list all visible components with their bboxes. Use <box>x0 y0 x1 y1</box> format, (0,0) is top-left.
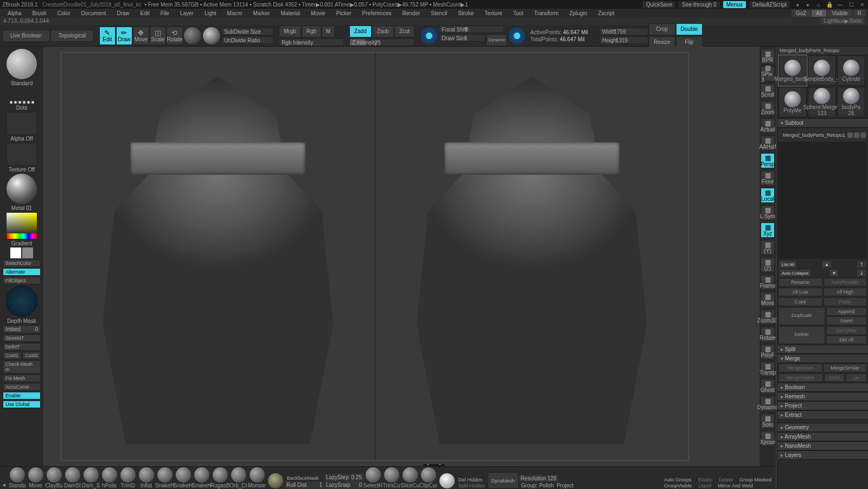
home-icon[interactable]: ⌂ <box>815 1 822 8</box>
topological-button[interactable]: Topological <box>50 30 94 42</box>
texture-swatch[interactable] <box>7 143 37 166</box>
focal-icon[interactable] <box>420 27 438 45</box>
autocollapse-button[interactable]: Auto Collapse <box>780 270 811 276</box>
brush-standa[interactable]: Standa <box>8 467 26 488</box>
move-mode-button[interactable]: ✥Move <box>133 27 149 45</box>
alllow-button[interactable]: All Low <box>778 288 822 296</box>
material-swatch[interactable] <box>7 174 37 204</box>
brush-swatch[interactable] <box>7 49 37 79</box>
down-icon[interactable]: ▼ <box>829 270 838 276</box>
double-button[interactable]: Double <box>676 23 703 35</box>
navstrip-aahalf[interactable]: ▦AAHalf <box>761 136 775 151</box>
zsub-button[interactable]: Zsub <box>372 26 394 37</box>
rolldist-slider[interactable]: Roll Dist1 <box>285 481 324 488</box>
brush-claybu[interactable]: ClayBu <box>45 467 63 488</box>
quicksave-button[interactable]: QuickSave <box>643 1 675 8</box>
brush-monste[interactable]: Monste <box>248 467 266 488</box>
menu-zscript[interactable]: Zscript <box>592 10 620 17</box>
groupmasked-button[interactable]: Group Masked <box>737 477 774 482</box>
navstrip-y[interactable]: ▦(Y) <box>761 240 775 255</box>
tool-thumb[interactable]: Sphere:Mergec123 <box>808 87 836 117</box>
subtool-row[interactable]: Merged_bodyParts_Retopo1 <box>778 129 867 142</box>
menu-material[interactable]: Material <box>276 10 306 17</box>
fillobject-button[interactable]: FillObject <box>3 277 41 284</box>
rgb-intensity-slider[interactable]: Rgb Intensity <box>279 39 344 46</box>
rgb-button[interactable]: Rgb <box>302 26 321 37</box>
brush-inflat[interactable]: Inflat <box>137 467 155 488</box>
useglobal-button[interactable]: Use Global <box>3 401 41 408</box>
rename-button[interactable]: Rename <box>778 278 822 287</box>
default-zscript-button[interactable]: DefaultZScript <box>749 1 790 8</box>
trimcurve-button[interactable]: TrimCu <box>382 467 400 488</box>
append-button[interactable]: Append <box>826 307 867 316</box>
draw-size-slider[interactable]: Draw Size1 <box>439 34 486 42</box>
menu-alpha[interactable]: Alpha <box>2 10 27 17</box>
allhigh-button[interactable]: All High <box>824 288 867 296</box>
delmt-button[interactable]: DelMT <box>3 343 41 351</box>
focal-shift-slider[interactable]: Focal Shift0 <box>439 26 504 33</box>
delhidden-button[interactable]: Del Hidden <box>456 477 487 482</box>
tool-thumb[interactable]: bodyPa26 <box>837 87 865 117</box>
split-section[interactable]: Split <box>777 345 868 354</box>
navstrip-xyz[interactable]: ▦Xyz <box>761 223 775 238</box>
merge-section[interactable]: Merge <box>777 354 868 363</box>
navstrip-lsym[interactable]: ▦L.Sym <box>761 205 775 220</box>
lock-icon[interactable]: 🔒 <box>826 1 833 8</box>
subtool-section[interactable]: Subtool <box>777 118 868 128</box>
navstrip-ghost[interactable]: ▦Ghost <box>761 379 775 394</box>
section-arraymesh[interactable]: ArrayMesh <box>777 432 868 441</box>
backfacemask-button[interactable]: BackfaceMask <box>285 475 324 481</box>
goz-tab[interactable]: GoZ <box>792 10 810 17</box>
menu-stroke[interactable]: Stroke <box>452 10 479 17</box>
menu-file[interactable]: File <box>155 10 175 17</box>
navstrip-spix3[interactable]: ▦SPix 3 <box>761 66 775 81</box>
height-slider[interactable]: Height1319 <box>599 36 648 44</box>
sculptris-icon[interactable] <box>202 27 221 45</box>
copy-button[interactable]: Copy <box>778 297 822 306</box>
section-layers[interactable]: Layers <box>777 450 868 460</box>
navstrip-rotate[interactable]: ▦Rotate <box>761 327 775 342</box>
autogroups-button[interactable]: Auto Groups <box>662 477 694 482</box>
paste-button[interactable]: Paste <box>824 297 867 306</box>
menu-edit[interactable]: Edit <box>135 10 155 17</box>
extract-section[interactable]: Extract <box>777 410 868 420</box>
mergesimilar-button[interactable]: MergeSimilar <box>824 364 867 372</box>
shelf-left-icon[interactable]: ◂ <box>2 481 8 488</box>
dynamesh-icon[interactable] <box>438 473 456 488</box>
gizmo-icon[interactable] <box>183 27 202 45</box>
visible-tab[interactable]: Visible <box>827 10 852 17</box>
menu-tool[interactable]: Tool <box>508 10 528 17</box>
tool-thumb[interactable]: PolyMe <box>778 87 807 117</box>
brush-trimd[interactable]: TrimD <box>119 467 137 488</box>
lazymouse-icon[interactable] <box>266 473 284 488</box>
menu-texture[interactable]: Texture <box>479 10 508 17</box>
dynamesh-button[interactable]: DynaMesh <box>488 472 519 488</box>
color-picker[interactable] <box>6 212 37 239</box>
cust2-button[interactable]: Cust2 <box>22 352 41 359</box>
uv-button[interactable]: Uv <box>846 373 867 382</box>
navstrip-persp[interactable]: ▦Persp <box>761 153 775 168</box>
subtool-list[interactable]: Merged_bodyParts_Retopo1 <box>778 129 867 259</box>
live-boolean-button[interactable]: Live Boolean <box>2 30 50 42</box>
project-section[interactable]: Project <box>777 401 868 410</box>
stroke-swatch[interactable] <box>7 87 37 104</box>
navstrip-local[interactable]: ▦Local <box>761 188 775 203</box>
dynamic-button[interactable]: Dynamic <box>486 34 507 46</box>
navstrip-actual[interactable]: ▦Actual <box>761 118 775 134</box>
menu-preferences[interactable]: Preferences <box>357 10 397 17</box>
menu-layer[interactable]: Layer <box>175 10 199 17</box>
insert-button[interactable]: Insert <box>826 316 867 325</box>
all-tab[interactable]: All <box>812 10 826 17</box>
brush-damst[interactable]: DamSt <box>63 467 81 488</box>
scale-mode-button[interactable]: ◫Scale <box>150 27 166 45</box>
mirror-button[interactable]: Mirror And Weld <box>716 483 755 488</box>
menu-picker[interactable]: Picker <box>331 10 357 17</box>
seethrough-slider[interactable]: See-through 0 <box>679 1 719 8</box>
menu-render[interactable]: Render <box>397 10 426 17</box>
cust1-button[interactable]: Cust1 <box>3 352 21 359</box>
lazysnap-slider[interactable]: LazySnap0 <box>324 481 363 488</box>
up-icon[interactable]: ▲ <box>822 261 831 268</box>
alternate-button[interactable]: Alternate <box>3 268 41 276</box>
navstrip-polyf[interactable]: ▦PolyF <box>761 344 775 359</box>
mrgb-button[interactable]: Mrgb <box>279 26 301 37</box>
